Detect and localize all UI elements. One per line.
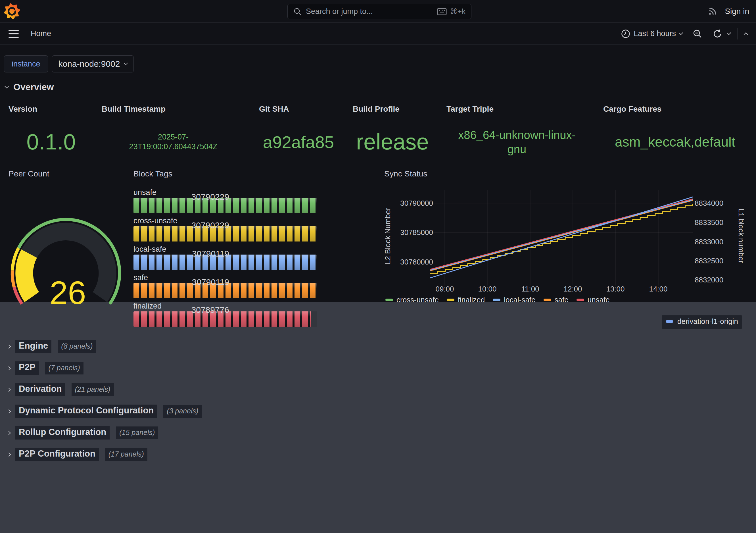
stat-label: Cargo Features bbox=[603, 104, 747, 114]
legend-swatch bbox=[385, 298, 393, 301]
panel-title-block-tags: Block Tags bbox=[133, 169, 173, 179]
chart-legend: cross-unsafe finalized local-safe safe u… bbox=[385, 295, 610, 304]
collapse-controls-icon[interactable] bbox=[744, 32, 748, 37]
stat-version: Version 0.1.0 bbox=[9, 104, 94, 114]
stat-target-triple: Target Triple x86_64-unknown-linux-gnu bbox=[446, 104, 587, 114]
stat-label: Version bbox=[9, 104, 94, 114]
zoom-out-icon[interactable] bbox=[693, 29, 702, 39]
y-left-tick: 30790000 bbox=[384, 199, 433, 208]
stat-git-sha: Git SHA a92afa85 bbox=[259, 104, 338, 114]
legend-item-finalized[interactable]: finalized bbox=[447, 295, 485, 304]
line-local-safe bbox=[430, 200, 693, 270]
grafana-logo-icon[interactable] bbox=[4, 3, 20, 19]
line-safe bbox=[430, 200, 693, 271]
stat-value: release bbox=[353, 118, 432, 166]
keyboard-icon bbox=[437, 8, 447, 15]
peer-count-gauge: 26 bbox=[9, 212, 123, 306]
legend-item-local-safe[interactable]: local-safe bbox=[493, 295, 535, 304]
stat-label: Build Timestamp bbox=[102, 104, 245, 114]
legend-swatch bbox=[493, 298, 500, 301]
refresh-interval-chevron-icon[interactable] bbox=[727, 31, 731, 35]
legend-item-derivation-l1-origin[interactable]: derivation-l1-origin bbox=[662, 315, 742, 329]
stat-cargo-features: Cargo Features asm_keccak,default bbox=[603, 104, 747, 114]
y-left-tick: 30785000 bbox=[384, 228, 433, 237]
section-title: Overview bbox=[14, 82, 54, 92]
refresh-icon[interactable] bbox=[713, 29, 722, 39]
stat-build-profile: Build Profile release bbox=[353, 104, 432, 114]
stat-value: 0.1.0 bbox=[9, 118, 94, 166]
stat-value: x86_64-unknown-linux-gnu bbox=[454, 128, 580, 156]
time-range-picker[interactable]: Last 6 hours bbox=[621, 29, 683, 38]
section-overview[interactable]: Overview bbox=[5, 82, 54, 92]
chevron-down-icon bbox=[124, 61, 128, 65]
bar-gauge-row-unsafe: unsafe bbox=[133, 188, 364, 216]
rss-icon[interactable] bbox=[708, 7, 717, 16]
divider bbox=[737, 28, 738, 40]
legend-item-cross-unsafe[interactable]: cross-unsafe bbox=[385, 295, 439, 304]
panel-title-peer-count: Peer Count bbox=[9, 169, 49, 179]
chevron-down-icon bbox=[5, 84, 9, 89]
top-bar: Search or jump to... ⌘+k Sign in bbox=[0, 0, 756, 23]
stat-label: Build Profile bbox=[353, 104, 432, 114]
section-row-p2p[interactable]: P2P (7 panels) bbox=[7, 361, 84, 375]
template-variables: instance kona-node:9002 bbox=[4, 55, 134, 72]
variable-label: instance bbox=[4, 55, 48, 72]
line-derivation-l1-origin bbox=[430, 197, 693, 278]
bar-value-unsafe: 30790229 bbox=[173, 192, 229, 202]
bar-gauge-row-local-safe: local-safe bbox=[133, 245, 364, 273]
grafana-dashboard: Search or jump to... ⌘+k Sign in Home bbox=[0, 0, 756, 533]
bar-gauge-row-finalized: finalized bbox=[133, 302, 364, 330]
bar-gauge-row-safe: safe bbox=[133, 273, 364, 302]
chevron-right-icon bbox=[7, 452, 11, 456]
stat-label: Target Triple bbox=[446, 104, 587, 114]
chevron-right-icon bbox=[7, 409, 11, 413]
chevron-right-icon bbox=[7, 387, 11, 391]
search-input[interactable]: Search or jump to... ⌘+k bbox=[287, 4, 472, 19]
legend-swatch bbox=[666, 320, 673, 323]
block-tags-panel: unsafe cross-unsafe local-safe safe fina… bbox=[133, 188, 364, 330]
bar-gauge-row-cross-unsafe: cross-unsafe bbox=[133, 216, 364, 245]
section-row-p2p-configuration[interactable]: P2P Configuration (17 panels) bbox=[7, 448, 148, 461]
section-row-derivation[interactable]: Derivation (21 panels) bbox=[7, 383, 114, 396]
stat-value: a92afa85 bbox=[259, 118, 338, 166]
legend-item-safe[interactable]: safe bbox=[544, 295, 569, 304]
section-row-rollup-configuration[interactable]: Rollup Configuration (15 panels) bbox=[7, 426, 158, 439]
bar-value-local-safe: 30790119 bbox=[173, 249, 229, 259]
legend-swatch bbox=[544, 298, 551, 301]
section-row-engine[interactable]: Engine (8 panels) bbox=[7, 340, 96, 353]
stat-build-timestamp: Build Timestamp 2025-07-23T19:00:07.6044… bbox=[102, 104, 245, 114]
sign-in-button[interactable]: Sign in bbox=[725, 7, 749, 16]
section-row-dynamic-protocol-configuration[interactable]: Dynamic Protocol Configuration (3 panels… bbox=[7, 405, 202, 418]
chevron-right-icon bbox=[7, 344, 11, 348]
search-shortcut: ⌘+k bbox=[450, 7, 466, 16]
stat-value: 2025-07-23T19:00:07.604437504Z bbox=[122, 132, 224, 152]
legend-swatch bbox=[577, 298, 584, 301]
line-finalized bbox=[430, 204, 693, 273]
bar-value-finalized: 30789776 bbox=[173, 305, 229, 315]
chevron-right-icon bbox=[7, 366, 11, 370]
chevron-right-icon bbox=[7, 431, 11, 435]
y-left-tick: 30780000 bbox=[384, 258, 433, 266]
bar-value-cross-unsafe: 30790229 bbox=[173, 220, 229, 230]
search-icon bbox=[293, 7, 302, 16]
legend-item-unsafe[interactable]: unsafe bbox=[577, 295, 610, 304]
stat-label: Git SHA bbox=[259, 104, 338, 114]
legend-swatch bbox=[447, 298, 454, 301]
stat-value: asm_keccak,default bbox=[603, 118, 747, 166]
peer-count-value: 26 bbox=[49, 274, 86, 306]
sync-status-plot[interactable] bbox=[427, 185, 751, 288]
bar-value-safe: 30790119 bbox=[173, 277, 229, 287]
dashboard-nav-bar: Home Last 6 hours bbox=[0, 23, 756, 44]
menu-icon[interactable] bbox=[9, 30, 19, 38]
instance-select[interactable]: kona-node:9002 bbox=[52, 55, 134, 72]
clock-icon bbox=[621, 29, 630, 38]
led-bar-finalized-empty bbox=[311, 311, 317, 327]
chevron-down-icon bbox=[679, 31, 683, 35]
search-placeholder: Search or jump to... bbox=[306, 7, 437, 16]
time-range-label: Last 6 hours bbox=[634, 29, 676, 38]
grid-lines bbox=[430, 190, 693, 286]
panel-title-sync-status: Sync Status bbox=[384, 169, 427, 179]
breadcrumb-home[interactable]: Home bbox=[31, 29, 51, 38]
